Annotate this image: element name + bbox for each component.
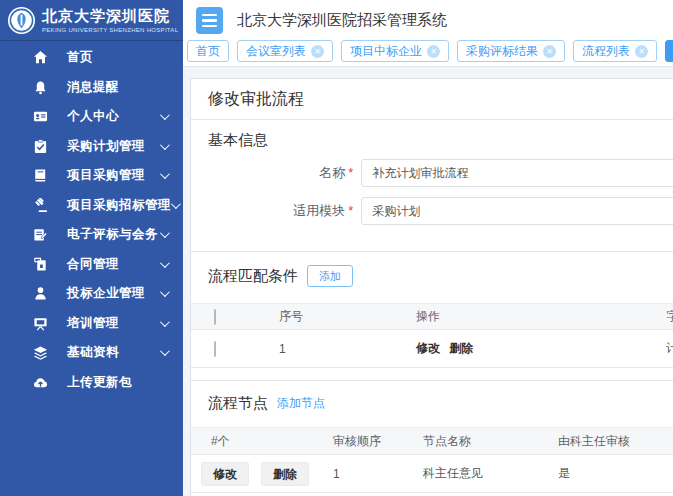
cell-partial: 计	[666, 340, 673, 357]
close-icon[interactable]: ✕	[543, 45, 556, 58]
sidebar-item-procurement-plan[interactable]: 采购计划管理	[0, 132, 183, 162]
basic-info-section: 基本信息 名称* 适用模块*	[191, 120, 673, 251]
chevron-down-icon	[160, 228, 170, 238]
sidebar-item-label: 个人中心	[67, 108, 160, 125]
close-icon[interactable]: ✕	[311, 45, 324, 58]
table-row: 1 修改 删除 计	[191, 330, 673, 368]
cell-dept-head: 是	[558, 465, 673, 482]
column-header-order: 审核顺序	[333, 433, 423, 450]
sidebar-item-label: 上传更新包	[67, 374, 167, 391]
tab-label: 会议室列表	[246, 43, 306, 60]
sidebar-item-e-evaluation[interactable]: 电子评标与会务	[0, 220, 183, 250]
match-conditions-title: 流程匹配条件	[208, 267, 298, 286]
delete-button[interactable]: 删除	[261, 462, 309, 486]
add-node-link[interactable]: 添加节点	[277, 395, 325, 412]
chevron-down-icon	[160, 169, 170, 179]
sidebar-item-upload-package[interactable]: 上传更新包	[0, 368, 183, 398]
sidebar-menu: 首页 消息提醒 个人中心 采购计划管理 项目采购管理 项目采购招标管理	[0, 41, 183, 397]
sidebar-item-label: 项目采购管理	[67, 167, 160, 184]
tab-meeting-room-list[interactable]: 会议室列表 ✕	[237, 40, 333, 62]
cell-seq: 1	[279, 342, 416, 356]
tab-label: 流程列表	[582, 43, 630, 60]
name-field-label: 名称*	[208, 164, 353, 182]
delete-link[interactable]: 删除	[449, 341, 473, 355]
column-header-partial: 字	[666, 308, 673, 325]
user-icon	[33, 286, 48, 301]
chevron-down-icon	[171, 199, 181, 209]
app-title: 北京大学深圳医院招采管理系统	[237, 0, 447, 40]
tab-label: 采购评标结果	[466, 43, 538, 60]
close-icon[interactable]: ✕	[635, 45, 648, 58]
table-row: 修改 删除 1 科主任意见 是	[191, 455, 673, 493]
process-nodes-section: 流程节点 添加节点 #个 审核顺序 节点名称 由科主任审核 修改 删除 1 科主…	[191, 381, 673, 496]
id-card-icon	[33, 109, 48, 124]
column-header-seq: 序号	[279, 308, 416, 325]
column-header-node-name: 节点名称	[423, 433, 558, 450]
cell-node-name: 科主任意见	[423, 465, 558, 482]
chevron-down-icon	[160, 258, 170, 268]
column-header-dept-head-review: 由科主任审核	[558, 433, 673, 450]
clipboard-check-icon	[33, 139, 48, 154]
hospital-logo-icon	[7, 6, 36, 35]
sidebar-item-personal-center[interactable]: 个人中心	[0, 102, 183, 132]
tab-label: 首页	[196, 43, 220, 60]
select-all-checkbox[interactable]	[214, 309, 216, 325]
chevron-down-icon	[160, 140, 170, 150]
column-header-index: #个	[191, 433, 333, 450]
gavel-icon	[33, 198, 48, 213]
sidebar-item-home[interactable]: 首页	[0, 43, 183, 73]
tab-winning-enterprises[interactable]: 项目中标企业 ✕	[341, 40, 449, 62]
book-icon	[33, 168, 48, 183]
sidebar-item-project-procurement[interactable]: 项目采购管理	[0, 161, 183, 191]
bell-icon	[33, 80, 48, 95]
process-nodes-title: 流程节点	[208, 394, 268, 413]
sidebar-item-bidding-management[interactable]: 项目采购招标管理	[0, 191, 183, 221]
sidebar-item-contract-management[interactable]: 合同管理	[0, 250, 183, 280]
tab-evaluation-results[interactable]: 采购评标结果 ✕	[457, 40, 565, 62]
hamburger-menu-button[interactable]	[196, 7, 223, 34]
sidebar-item-label: 采购计划管理	[67, 138, 160, 155]
tab-process-list[interactable]: 流程列表 ✕	[573, 40, 657, 62]
sidebar-item-bidder-enterprise[interactable]: 投标企业管理	[0, 279, 183, 309]
row-checkbox[interactable]	[214, 341, 216, 357]
top-header: 北京大学深圳医院招采管理系统	[183, 0, 673, 40]
close-icon[interactable]: ✕	[427, 45, 440, 58]
sidebar-item-training-management[interactable]: 培训管理	[0, 309, 183, 339]
tab-process-active[interactable]: 流程 ✕	[665, 40, 673, 62]
module-field-label: 适用模块*	[208, 202, 353, 220]
required-mark: *	[348, 165, 353, 180]
tab-label: 项目中标企业	[350, 43, 422, 60]
hospital-logo-area: 北京大学深圳医院 PEKING UNIVERSITY SHENZHEN HOSP…	[0, 0, 183, 41]
name-input[interactable]	[361, 159, 673, 187]
chevron-down-icon	[160, 317, 170, 327]
sidebar-item-label: 培训管理	[67, 315, 160, 332]
open-tabs-bar: 首页 会议室列表 ✕ 项目中标企业 ✕ 采购评标结果 ✕ 流程列表 ✕ 流程 ✕	[183, 40, 673, 67]
sidebar-item-label: 基础资料	[67, 344, 160, 361]
match-conditions-table: 序号 操作 字 1 修改 删除 计	[191, 303, 673, 368]
add-condition-button[interactable]: 添加	[307, 265, 353, 287]
basic-info-title: 基本信息	[208, 131, 673, 150]
layers-icon	[33, 345, 48, 360]
edit-document-icon	[33, 227, 48, 242]
chevron-down-icon	[160, 110, 170, 120]
cloud-upload-icon	[33, 375, 48, 390]
sidebar-item-label: 消息提醒	[67, 79, 167, 96]
applicable-module-input[interactable]	[361, 197, 673, 225]
sidebar-item-label: 项目采购招标管理	[67, 197, 171, 214]
edit-button[interactable]: 修改	[201, 462, 249, 486]
chevron-down-icon	[160, 346, 170, 356]
sidebar-item-basic-data[interactable]: 基础资料	[0, 338, 183, 368]
tab-home[interactable]: 首页	[187, 40, 229, 62]
edit-link[interactable]: 修改	[416, 341, 440, 355]
cell-order: 1	[333, 467, 423, 481]
hospital-name: 北京大学深圳医院	[42, 7, 178, 26]
page-title: 修改审批流程	[191, 79, 673, 119]
process-nodes-table: #个 审核顺序 节点名称 由科主任审核 修改 删除 1 科主任意见 是 修改 删…	[191, 427, 673, 496]
sidebar-item-label: 投标企业管理	[67, 285, 160, 302]
chevron-down-icon	[160, 287, 170, 297]
sidebar-item-label: 首页	[67, 49, 167, 66]
sidebar-item-messages[interactable]: 消息提醒	[0, 73, 183, 103]
column-header-action: 操作	[416, 308, 666, 325]
required-mark: *	[348, 203, 353, 218]
sidebar-item-label: 电子评标与会务	[67, 226, 160, 243]
